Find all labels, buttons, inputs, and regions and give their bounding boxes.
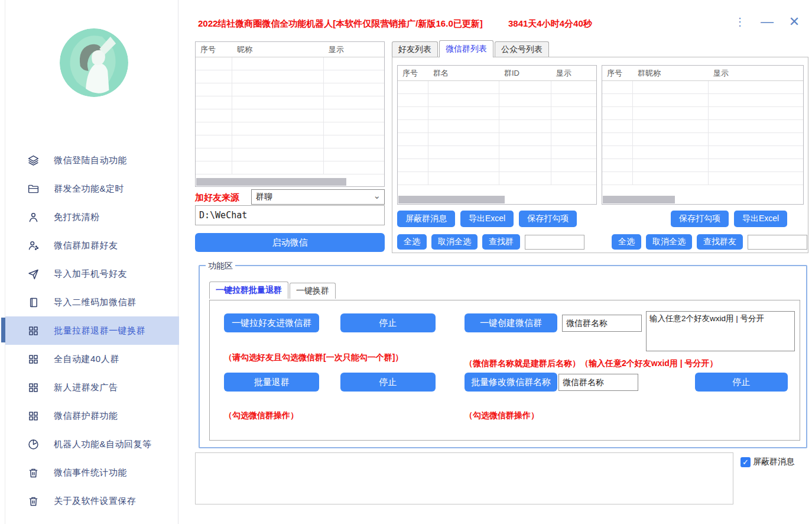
table-row[interactable] <box>602 81 803 94</box>
deselect-all-groups-button[interactable]: 取消全选 <box>431 234 478 250</box>
group-table[interactable]: 序号群名群ID显示 <box>397 65 597 205</box>
table-row[interactable] <box>196 109 384 122</box>
column-header: 显示 <box>551 68 596 79</box>
sidebar-item-4[interactable]: 微信群加群好友 <box>5 231 179 260</box>
table-row[interactable] <box>196 57 384 70</box>
source-select[interactable]: 群聊 ⌄ <box>251 189 385 205</box>
save-checked-member-button[interactable]: 保存打勾项 <box>671 211 729 227</box>
block-group-message-label: 屏蔽群消息 <box>753 457 794 467</box>
trash-icon <box>27 494 40 507</box>
table-row[interactable] <box>398 120 596 133</box>
table-row[interactable] <box>602 107 803 120</box>
find-member-button[interactable]: 查找群友 <box>697 234 743 250</box>
block-group-message-checkbox[interactable]: ✓ 屏蔽群消息 <box>740 457 794 467</box>
sidebar-item-2[interactable]: 群发全功能&定时 <box>5 174 179 203</box>
find-group-button[interactable]: 查找群 <box>482 234 520 250</box>
add-friend-source-label: 加好友来源 <box>195 192 239 203</box>
table-row[interactable] <box>398 107 596 120</box>
table-row[interactable] <box>196 122 384 135</box>
sidebar-item-label: 关于及软件设置保存 <box>54 496 137 507</box>
create-group-button[interactable]: 一键创建微信群 <box>465 313 557 332</box>
table-row[interactable] <box>398 133 596 146</box>
table-row[interactable] <box>602 133 803 146</box>
sidebar-item-9[interactable]: 新人进群发广告 <box>5 373 179 402</box>
table-row[interactable] <box>196 70 384 83</box>
sidebar-item-12[interactable]: 微信事件统计功能 <box>5 458 179 487</box>
people-icon <box>27 239 40 252</box>
list-tab-3[interactable]: 公众号列表 <box>495 41 549 57</box>
minimize-icon[interactable]: — <box>757 13 777 31</box>
sidebar-item-8[interactable]: 全自动建40人群 <box>5 345 179 373</box>
stop-rename-button[interactable]: 停止 <box>695 373 788 392</box>
sidebar-item-11[interactable]: 机器人功能&自动回复等 <box>5 430 179 458</box>
pie-icon <box>27 438 40 451</box>
start-wechat-button[interactable]: 启动微信 <box>195 233 385 252</box>
stop-pull-button[interactable]: 停止 <box>340 313 436 332</box>
member-actions-row1: 保存打勾项导出Excel <box>671 211 787 227</box>
find-member-input[interactable] <box>748 235 807 250</box>
batch-rename-group-button[interactable]: 批量修改微信群名称 <box>465 373 557 392</box>
sidebar-item-3[interactable]: 免打扰清粉 <box>5 203 179 231</box>
table-row[interactable] <box>602 172 803 185</box>
select-all-groups-button[interactable]: 全选 <box>397 234 427 250</box>
table-row[interactable] <box>196 148 384 161</box>
pull-friends-into-group-button[interactable]: 一键拉好友进微信群 <box>224 313 319 332</box>
table-row[interactable] <box>196 135 384 148</box>
table-row[interactable] <box>398 159 596 172</box>
sidebar-item-13[interactable]: 关于及软件设置保存 <box>5 487 179 515</box>
log-output-box[interactable] <box>195 452 733 504</box>
group-member-table[interactable]: 序号群昵称显示 <box>602 65 804 205</box>
sidebar-item-label: 机器人功能&自动回复等 <box>54 439 152 450</box>
sidebar-item-label: 全自动建40人群 <box>54 354 119 365</box>
table-row[interactable] <box>602 94 803 107</box>
sidebar-item-10[interactable]: 微信群护群功能 <box>5 402 179 430</box>
column-header: 群昵称 <box>633 68 709 79</box>
column-header: 昵称 <box>232 44 324 55</box>
find-group-input[interactable] <box>525 235 584 250</box>
horizontal-scrollbar[interactable] <box>196 178 384 186</box>
function-tabs: 一键拉群批量退群一键换群 <box>209 283 337 299</box>
select-all-members-button[interactable]: 全选 <box>612 234 641 250</box>
wechat-path-input[interactable] <box>195 205 385 225</box>
column-header: 显示 <box>324 44 384 55</box>
sidebar-item-label: 微信登陆自动功能 <box>54 155 127 166</box>
sidebar-item-5[interactable]: 导入加手机号好友 <box>5 260 179 288</box>
export-excel-group-button[interactable]: 导出Excel <box>460 211 514 227</box>
table-row[interactable] <box>398 172 596 185</box>
batch-quit-group-button[interactable]: 批量退群 <box>224 373 319 392</box>
wxid-list-textarea[interactable] <box>646 311 795 351</box>
function-tab-1[interactable]: 一键拉群批量退群 <box>209 282 288 299</box>
group-actions-row1: 屏蔽群消息导出Excel保存打勾项 <box>397 211 577 227</box>
table-row[interactable] <box>196 96 384 109</box>
table-row[interactable] <box>196 83 384 96</box>
deselect-all-members-button[interactable]: 取消全选 <box>646 234 692 250</box>
runtime-timer: 3841天4小时4分40秒 <box>508 18 592 30</box>
sidebar-item-label: 微信群护群功能 <box>54 410 118 422</box>
table-row[interactable] <box>398 146 596 159</box>
table-row[interactable] <box>196 161 384 174</box>
list-tab-1[interactable]: 好友列表 <box>392 41 438 57</box>
block-group-messages-button[interactable]: 屏蔽群消息 <box>397 211 455 227</box>
save-checked-group-button[interactable]: 保存打勾项 <box>519 211 577 227</box>
new-group-name-input[interactable] <box>562 315 642 332</box>
horizontal-scrollbar[interactable] <box>603 196 803 203</box>
close-icon[interactable]: ✕ <box>784 13 804 31</box>
friend-table[interactable]: 序号昵称显示 <box>195 41 385 187</box>
function-tab-2[interactable]: 一键换群 <box>290 283 336 299</box>
table-row[interactable] <box>398 81 596 94</box>
horizontal-scrollbar[interactable] <box>398 196 596 203</box>
sidebar-item-1[interactable]: 微信登陆自动功能 <box>5 146 179 174</box>
layers-icon <box>27 154 40 167</box>
menu-icon[interactable]: ⋮ <box>730 13 750 31</box>
rename-group-name-input[interactable] <box>558 374 638 391</box>
sidebar-item-6[interactable]: 导入二维码加微信群 <box>5 288 179 316</box>
list-tab-2[interactable]: 微信群列表 <box>439 40 493 57</box>
table-row[interactable] <box>398 94 596 107</box>
table-row[interactable] <box>602 146 803 159</box>
export-excel-member-button[interactable]: 导出Excel <box>734 211 787 227</box>
note-rename-group: （勾选微信群操作） <box>465 410 539 421</box>
table-row[interactable] <box>602 120 803 133</box>
stop-quit-button[interactable]: 停止 <box>340 373 436 392</box>
sidebar-item-7[interactable]: 批量拉群退群一键换群 <box>5 316 179 345</box>
table-row[interactable] <box>602 159 803 172</box>
